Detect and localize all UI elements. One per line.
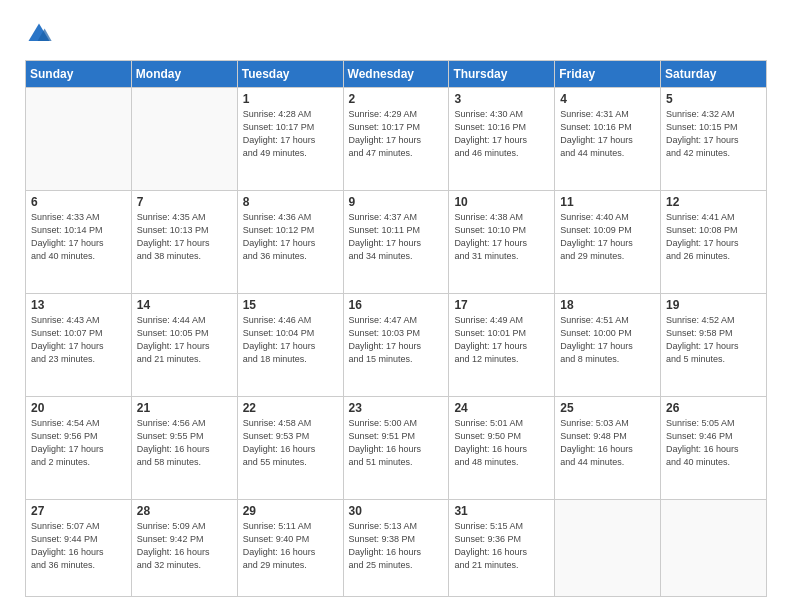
day-number: 19 <box>666 298 761 312</box>
calendar-header-sunday: Sunday <box>26 61 132 88</box>
calendar-header-friday: Friday <box>555 61 661 88</box>
calendar-cell: 27Sunrise: 5:07 AM Sunset: 9:44 PM Dayli… <box>26 500 132 597</box>
day-info: Sunrise: 5:05 AM Sunset: 9:46 PM Dayligh… <box>666 417 761 469</box>
calendar-header-wednesday: Wednesday <box>343 61 449 88</box>
calendar-cell: 13Sunrise: 4:43 AM Sunset: 10:07 PM Dayl… <box>26 294 132 397</box>
day-number: 24 <box>454 401 549 415</box>
logo <box>25 20 57 48</box>
calendar-cell: 16Sunrise: 4:47 AM Sunset: 10:03 PM Dayl… <box>343 294 449 397</box>
day-number: 31 <box>454 504 549 518</box>
day-number: 3 <box>454 92 549 106</box>
day-info: Sunrise: 5:03 AM Sunset: 9:48 PM Dayligh… <box>560 417 655 469</box>
day-info: Sunrise: 4:56 AM Sunset: 9:55 PM Dayligh… <box>137 417 232 469</box>
calendar-cell: 20Sunrise: 4:54 AM Sunset: 9:56 PM Dayli… <box>26 397 132 500</box>
calendar-header-row: SundayMondayTuesdayWednesdayThursdayFrid… <box>26 61 767 88</box>
day-info: Sunrise: 4:58 AM Sunset: 9:53 PM Dayligh… <box>243 417 338 469</box>
calendar-cell: 29Sunrise: 5:11 AM Sunset: 9:40 PM Dayli… <box>237 500 343 597</box>
day-info: Sunrise: 4:30 AM Sunset: 10:16 PM Daylig… <box>454 108 549 160</box>
calendar-cell: 19Sunrise: 4:52 AM Sunset: 9:58 PM Dayli… <box>661 294 767 397</box>
day-info: Sunrise: 4:41 AM Sunset: 10:08 PM Daylig… <box>666 211 761 263</box>
day-info: Sunrise: 4:31 AM Sunset: 10:16 PM Daylig… <box>560 108 655 160</box>
calendar-cell: 31Sunrise: 5:15 AM Sunset: 9:36 PM Dayli… <box>449 500 555 597</box>
day-info: Sunrise: 4:54 AM Sunset: 9:56 PM Dayligh… <box>31 417 126 469</box>
day-info: Sunrise: 5:01 AM Sunset: 9:50 PM Dayligh… <box>454 417 549 469</box>
day-info: Sunrise: 4:35 AM Sunset: 10:13 PM Daylig… <box>137 211 232 263</box>
calendar-cell: 21Sunrise: 4:56 AM Sunset: 9:55 PM Dayli… <box>131 397 237 500</box>
calendar-cell: 25Sunrise: 5:03 AM Sunset: 9:48 PM Dayli… <box>555 397 661 500</box>
day-number: 11 <box>560 195 655 209</box>
calendar-cell: 26Sunrise: 5:05 AM Sunset: 9:46 PM Dayli… <box>661 397 767 500</box>
day-info: Sunrise: 4:46 AM Sunset: 10:04 PM Daylig… <box>243 314 338 366</box>
calendar-cell: 12Sunrise: 4:41 AM Sunset: 10:08 PM Dayl… <box>661 191 767 294</box>
day-info: Sunrise: 4:44 AM Sunset: 10:05 PM Daylig… <box>137 314 232 366</box>
page: SundayMondayTuesdayWednesdayThursdayFrid… <box>0 0 792 612</box>
day-number: 21 <box>137 401 232 415</box>
day-info: Sunrise: 4:38 AM Sunset: 10:10 PM Daylig… <box>454 211 549 263</box>
day-number: 7 <box>137 195 232 209</box>
day-number: 5 <box>666 92 761 106</box>
day-info: Sunrise: 4:52 AM Sunset: 9:58 PM Dayligh… <box>666 314 761 366</box>
calendar-cell: 2Sunrise: 4:29 AM Sunset: 10:17 PM Dayli… <box>343 88 449 191</box>
day-number: 22 <box>243 401 338 415</box>
day-info: Sunrise: 4:28 AM Sunset: 10:17 PM Daylig… <box>243 108 338 160</box>
calendar-cell: 5Sunrise: 4:32 AM Sunset: 10:15 PM Dayli… <box>661 88 767 191</box>
calendar-header-thursday: Thursday <box>449 61 555 88</box>
calendar-cell <box>26 88 132 191</box>
calendar-cell: 10Sunrise: 4:38 AM Sunset: 10:10 PM Dayl… <box>449 191 555 294</box>
day-info: Sunrise: 4:29 AM Sunset: 10:17 PM Daylig… <box>349 108 444 160</box>
calendar-cell: 22Sunrise: 4:58 AM Sunset: 9:53 PM Dayli… <box>237 397 343 500</box>
calendar-cell: 11Sunrise: 4:40 AM Sunset: 10:09 PM Dayl… <box>555 191 661 294</box>
day-number: 27 <box>31 504 126 518</box>
calendar-header-monday: Monday <box>131 61 237 88</box>
calendar-cell: 18Sunrise: 4:51 AM Sunset: 10:00 PM Dayl… <box>555 294 661 397</box>
calendar-week-2: 13Sunrise: 4:43 AM Sunset: 10:07 PM Dayl… <box>26 294 767 397</box>
day-number: 29 <box>243 504 338 518</box>
calendar-cell: 14Sunrise: 4:44 AM Sunset: 10:05 PM Dayl… <box>131 294 237 397</box>
calendar-cell: 30Sunrise: 5:13 AM Sunset: 9:38 PM Dayli… <box>343 500 449 597</box>
day-number: 6 <box>31 195 126 209</box>
calendar-cell: 3Sunrise: 4:30 AM Sunset: 10:16 PM Dayli… <box>449 88 555 191</box>
calendar-cell: 4Sunrise: 4:31 AM Sunset: 10:16 PM Dayli… <box>555 88 661 191</box>
calendar-week-3: 20Sunrise: 4:54 AM Sunset: 9:56 PM Dayli… <box>26 397 767 500</box>
calendar-week-1: 6Sunrise: 4:33 AM Sunset: 10:14 PM Dayli… <box>26 191 767 294</box>
day-number: 20 <box>31 401 126 415</box>
calendar-cell: 8Sunrise: 4:36 AM Sunset: 10:12 PM Dayli… <box>237 191 343 294</box>
day-number: 26 <box>666 401 761 415</box>
day-number: 25 <box>560 401 655 415</box>
day-number: 12 <box>666 195 761 209</box>
day-number: 16 <box>349 298 444 312</box>
day-info: Sunrise: 4:43 AM Sunset: 10:07 PM Daylig… <box>31 314 126 366</box>
day-number: 1 <box>243 92 338 106</box>
day-info: Sunrise: 5:13 AM Sunset: 9:38 PM Dayligh… <box>349 520 444 572</box>
day-info: Sunrise: 4:36 AM Sunset: 10:12 PM Daylig… <box>243 211 338 263</box>
day-info: Sunrise: 4:32 AM Sunset: 10:15 PM Daylig… <box>666 108 761 160</box>
calendar-cell <box>131 88 237 191</box>
day-info: Sunrise: 4:37 AM Sunset: 10:11 PM Daylig… <box>349 211 444 263</box>
calendar-cell: 23Sunrise: 5:00 AM Sunset: 9:51 PM Dayli… <box>343 397 449 500</box>
day-info: Sunrise: 4:47 AM Sunset: 10:03 PM Daylig… <box>349 314 444 366</box>
header <box>25 20 767 48</box>
day-number: 13 <box>31 298 126 312</box>
day-info: Sunrise: 4:40 AM Sunset: 10:09 PM Daylig… <box>560 211 655 263</box>
calendar-cell: 24Sunrise: 5:01 AM Sunset: 9:50 PM Dayli… <box>449 397 555 500</box>
calendar-header-tuesday: Tuesday <box>237 61 343 88</box>
day-info: Sunrise: 5:11 AM Sunset: 9:40 PM Dayligh… <box>243 520 338 572</box>
day-info: Sunrise: 4:51 AM Sunset: 10:00 PM Daylig… <box>560 314 655 366</box>
calendar-cell: 17Sunrise: 4:49 AM Sunset: 10:01 PM Dayl… <box>449 294 555 397</box>
calendar-week-4: 27Sunrise: 5:07 AM Sunset: 9:44 PM Dayli… <box>26 500 767 597</box>
calendar-cell: 1Sunrise: 4:28 AM Sunset: 10:17 PM Dayli… <box>237 88 343 191</box>
calendar-cell <box>661 500 767 597</box>
day-info: Sunrise: 4:49 AM Sunset: 10:01 PM Daylig… <box>454 314 549 366</box>
calendar-cell <box>555 500 661 597</box>
day-number: 28 <box>137 504 232 518</box>
day-number: 18 <box>560 298 655 312</box>
day-info: Sunrise: 5:15 AM Sunset: 9:36 PM Dayligh… <box>454 520 549 572</box>
calendar-cell: 28Sunrise: 5:09 AM Sunset: 9:42 PM Dayli… <box>131 500 237 597</box>
day-info: Sunrise: 5:09 AM Sunset: 9:42 PM Dayligh… <box>137 520 232 572</box>
day-number: 23 <box>349 401 444 415</box>
calendar-cell: 6Sunrise: 4:33 AM Sunset: 10:14 PM Dayli… <box>26 191 132 294</box>
calendar-header-saturday: Saturday <box>661 61 767 88</box>
day-info: Sunrise: 5:07 AM Sunset: 9:44 PM Dayligh… <box>31 520 126 572</box>
day-number: 15 <box>243 298 338 312</box>
calendar-cell: 15Sunrise: 4:46 AM Sunset: 10:04 PM Dayl… <box>237 294 343 397</box>
